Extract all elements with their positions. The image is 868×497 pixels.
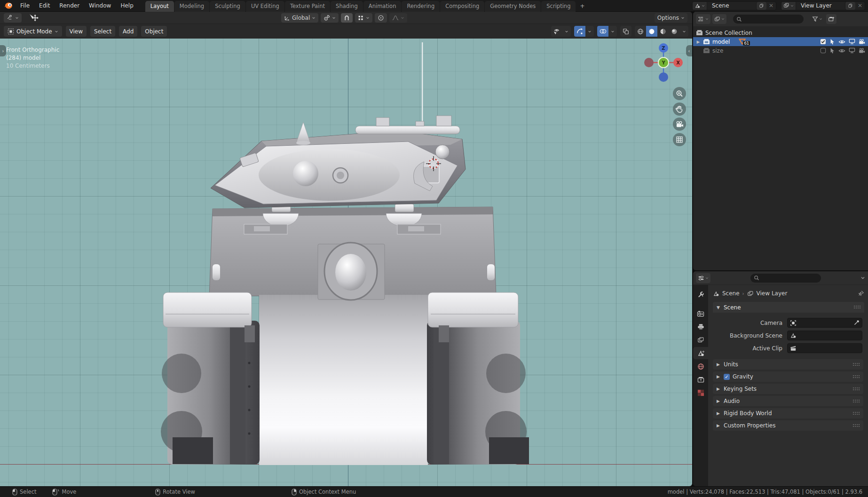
tab-compositing[interactable]: Compositing xyxy=(440,1,484,12)
tab-modeling[interactable]: Modeling xyxy=(174,1,209,12)
outliner-row-model[interactable]: ▶ model 61 xyxy=(693,37,868,46)
checkbox-checked-icon[interactable] xyxy=(820,39,826,45)
material-preview-button[interactable] xyxy=(657,26,669,37)
selectable-icon[interactable] xyxy=(829,47,835,54)
rigid-body-world-panel[interactable]: ▶Rigid Body World xyxy=(713,408,863,418)
active-clip-field[interactable] xyxy=(787,343,862,353)
drag-handle[interactable] xyxy=(852,387,860,391)
background-scene-field[interactable] xyxy=(787,331,862,340)
wireframe-shading-button[interactable] xyxy=(635,26,646,37)
checkbox-unchecked-icon[interactable] xyxy=(820,47,826,54)
filter-dropdown[interactable] xyxy=(810,14,824,24)
new-collection-button[interactable] xyxy=(826,14,836,24)
view-layer-name[interactable]: View Layer xyxy=(796,2,845,9)
scene-panel-header[interactable]: ▼ Scene xyxy=(713,302,864,313)
add-menu[interactable]: Add xyxy=(119,26,137,37)
tab-shading[interactable]: Shading xyxy=(331,1,363,12)
xray-toggle[interactable] xyxy=(620,26,631,37)
tab-output[interactable] xyxy=(693,321,708,333)
audio-panel[interactable]: ▶Audio xyxy=(713,396,863,406)
tab-collection[interactable] xyxy=(693,373,708,386)
options-dropdown[interactable]: Options xyxy=(655,13,687,23)
drag-handle[interactable] xyxy=(852,424,860,428)
menu-render[interactable]: Render xyxy=(55,1,84,10)
disable-viewport-icon[interactable] xyxy=(849,39,855,45)
menu-help[interactable]: Help xyxy=(116,1,137,10)
pan-button[interactable] xyxy=(673,103,686,116)
snap-toggle[interactable] xyxy=(341,13,353,23)
tab-scene[interactable] xyxy=(693,347,708,359)
selectable-icon[interactable] xyxy=(829,39,835,45)
outliner-search-input[interactable] xyxy=(733,15,804,24)
properties-options-dropdown[interactable] xyxy=(860,276,865,280)
gizmos-dropdown[interactable] xyxy=(574,26,594,37)
tab-view-layer[interactable] xyxy=(693,334,708,346)
drag-handle[interactable] xyxy=(852,411,860,416)
pin-icon[interactable] xyxy=(858,290,864,297)
remove-view-layer-button[interactable]: ✕ xyxy=(855,2,865,10)
drag-handle[interactable] xyxy=(852,399,860,403)
editor-type-dropdown[interactable] xyxy=(696,14,710,24)
drag-handle[interactable] xyxy=(852,375,860,379)
scene-collection-row[interactable]: Scene Collection xyxy=(693,28,868,37)
tab-sculpting[interactable]: Sculpting xyxy=(210,1,245,12)
properties-search-input[interactable] xyxy=(750,274,821,283)
breadcrumb-view-layer[interactable]: View Layer xyxy=(757,290,788,297)
sidebar-expand-handle[interactable]: ‹ xyxy=(686,45,692,56)
gravity-panel[interactable]: ▶ ✓ Gravity xyxy=(713,371,863,382)
custom-properties-panel[interactable]: ▶Custom Properties xyxy=(713,420,863,431)
active-tool-chip[interactable] xyxy=(4,13,22,23)
tab-world[interactable] xyxy=(693,360,708,372)
gravity-checkbox[interactable]: ✓ xyxy=(724,374,730,380)
snap-target-dropdown[interactable] xyxy=(355,13,372,23)
orthographic-toggle-button[interactable] xyxy=(673,133,686,146)
zoom-button[interactable] xyxy=(673,87,686,100)
units-panel[interactable]: ▶Units xyxy=(713,359,863,370)
view-layer-browse-button[interactable] xyxy=(781,2,796,10)
camera-field[interactable] xyxy=(787,318,862,328)
hide-viewport-icon[interactable] xyxy=(838,39,845,45)
tab-rendering[interactable]: Rendering xyxy=(402,1,440,12)
breadcrumb-scene[interactable]: Scene xyxy=(722,290,740,297)
navigation-gizmo[interactable]: X Z Y xyxy=(643,42,687,86)
tab-layout[interactable]: Layout xyxy=(145,1,174,12)
tank-model[interactable] xyxy=(0,39,692,486)
drag-handle[interactable] xyxy=(853,305,860,309)
menu-edit[interactable]: Edit xyxy=(35,1,54,10)
outliner-row-size[interactable]: size xyxy=(693,46,868,55)
tab-animation[interactable]: Animation xyxy=(363,1,402,12)
viewport-canvas[interactable]: Front Orthographic (284) model 10 Centim… xyxy=(0,39,692,486)
tab-tool[interactable] xyxy=(693,288,708,300)
hide-viewport-icon[interactable] xyxy=(838,48,845,54)
new-scene-button[interactable] xyxy=(756,2,766,10)
pivot-point-dropdown[interactable] xyxy=(321,13,339,23)
tab-render[interactable] xyxy=(693,308,708,320)
rendered-shading-button[interactable] xyxy=(669,26,680,37)
solid-shading-button[interactable] xyxy=(646,26,657,37)
unlink-scene-button[interactable]: ✕ xyxy=(766,2,776,10)
display-mode-dropdown[interactable] xyxy=(712,14,726,24)
menu-window[interactable]: Window xyxy=(85,1,115,10)
tab-geometry-nodes[interactable]: Geometry Nodes xyxy=(485,1,541,12)
proportional-editing-toggle[interactable] xyxy=(375,13,387,23)
editor-type-dropdown[interactable] xyxy=(696,273,710,283)
blender-logo-icon[interactable] xyxy=(3,1,13,10)
tab-texture-paint[interactable]: Texture Paint xyxy=(285,1,330,12)
disable-render-icon[interactable] xyxy=(859,48,865,54)
tab-uv-editing[interactable]: UV Editing xyxy=(246,1,284,12)
view-menu[interactable]: View xyxy=(66,26,87,37)
camera-view-button[interactable] xyxy=(673,118,686,131)
menu-file[interactable]: File xyxy=(16,1,34,10)
transform-orientation-dropdown[interactable]: Global xyxy=(281,13,318,23)
expand-icon[interactable]: ▶ xyxy=(696,39,701,44)
select-menu[interactable]: Select xyxy=(90,26,115,37)
tab-scripting[interactable]: Scripting xyxy=(541,1,576,12)
show-object-types-dropdown[interactable] xyxy=(551,26,571,37)
drag-handle[interactable] xyxy=(852,363,860,367)
add-workspace-button[interactable]: + xyxy=(576,1,588,12)
mode-dropdown[interactable]: Object Mode xyxy=(4,26,62,37)
keying-sets-panel[interactable]: ▶Keying Sets xyxy=(713,384,863,394)
tab-texture[interactable] xyxy=(693,387,708,399)
object-menu[interactable]: Object xyxy=(141,26,167,37)
scene-browse-button[interactable] xyxy=(693,2,707,10)
